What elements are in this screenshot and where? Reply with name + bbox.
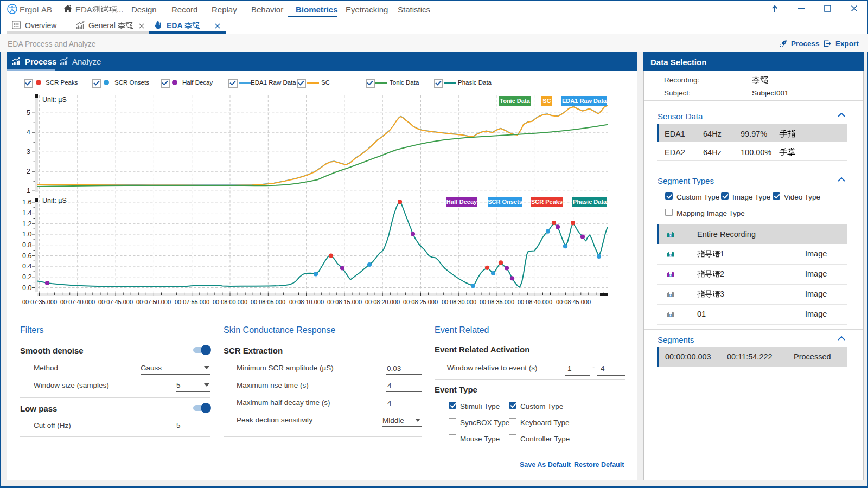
svg-text:Unit: µS: Unit: µS — [42, 96, 67, 104]
svg-text:1.6: 1.6 — [22, 198, 31, 206]
svg-text:1.2: 1.2 — [22, 220, 31, 228]
svg-text:3: 3 — [27, 148, 30, 156]
svg-text:0.6: 0.6 — [22, 252, 31, 260]
svg-text:5: 5 — [27, 109, 30, 117]
svg-text:2: 2 — [27, 168, 30, 175]
svg-text:Unit: µS: Unit: µS — [42, 197, 67, 204]
svg-text:0.8: 0.8 — [22, 241, 31, 249]
svg-text:0.2: 0.2 — [22, 273, 31, 281]
svg-text:1.4: 1.4 — [22, 209, 31, 217]
svg-text:0.4: 0.4 — [22, 262, 31, 270]
svg-text:4: 4 — [27, 129, 30, 136]
svg-text:0.0: 0.0 — [22, 284, 31, 292]
svg-text:1.0: 1.0 — [22, 230, 31, 238]
svg-text:1: 1 — [27, 187, 30, 195]
